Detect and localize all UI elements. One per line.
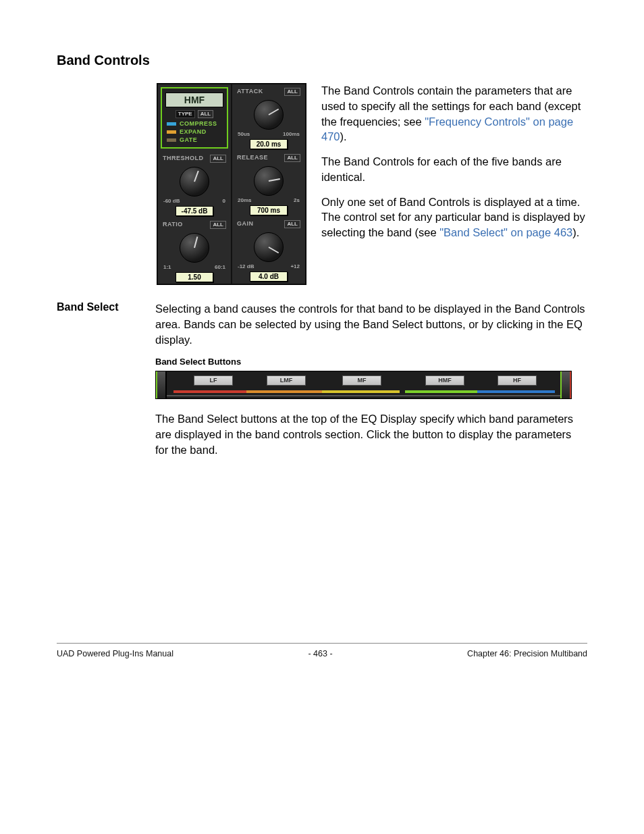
band-underline-hf: [477, 390, 555, 393]
attack-label: ATTACK: [237, 88, 263, 96]
strip-underline: [167, 395, 560, 396]
gain-value[interactable]: 4.0 dB: [250, 271, 288, 282]
band-select-strip: LFLMFMFHMFHF: [155, 371, 572, 399]
range-max: 60:1: [215, 264, 225, 270]
attack-knob[interactable]: [254, 100, 284, 130]
band-select-button-hf[interactable]: HF: [498, 375, 537, 386]
para-text: ).: [572, 226, 579, 238]
type-option-label: EXPAND: [180, 128, 207, 135]
band-select-buttons-label: Band Select Buttons: [155, 357, 587, 367]
range-min: -60 dB: [163, 198, 180, 204]
attack-value[interactable]: 20.0 ms: [250, 139, 288, 149]
range-max: 2s: [294, 197, 300, 203]
para-text: ).: [340, 130, 347, 142]
band-name-display: HMF: [165, 93, 223, 107]
band-underline-lf: [173, 390, 251, 393]
band-controls-row: HMF TYPE ALL COMPRESS EXPAND: [157, 83, 587, 285]
strip-edge-left-icon: [156, 371, 167, 398]
threshold-all-button[interactable]: ALL: [210, 155, 226, 163]
range-min: 20ms: [238, 197, 251, 203]
range-min: -12 dB: [238, 263, 254, 269]
footer-right: Chapter 46: Precision Multiband: [467, 649, 587, 658]
type-option-expand[interactable]: EXPAND: [164, 128, 225, 135]
compress-swatch-icon: [167, 122, 176, 126]
band-controls-panel: HMF TYPE ALL COMPRESS EXPAND: [157, 83, 306, 285]
gate-swatch-icon: [167, 138, 176, 142]
band-select-section: Band Select Selecting a band causes the …: [57, 301, 587, 467]
threshold-value[interactable]: -47.5 dB: [176, 206, 213, 216]
footer-rule: [57, 643, 587, 644]
type-option-label: GATE: [180, 136, 197, 143]
para-3: Only one set of Band Controls is display…: [321, 194, 587, 240]
gain-label: GAIN: [237, 220, 254, 228]
band-controls-text: The Band Controls contain the parameters…: [321, 83, 587, 285]
band-select-button-lmf[interactable]: LMF: [267, 375, 306, 386]
band-select-label: Band Select: [57, 301, 138, 313]
band-select-para: Selecting a band causes the controls for…: [155, 301, 587, 347]
gain-knob[interactable]: [254, 232, 284, 262]
type-option-label: COMPRESS: [180, 120, 217, 127]
ratio-all-button[interactable]: ALL: [210, 221, 226, 229]
range-max: +12: [290, 263, 300, 269]
threshold-label: THRESHOLD: [163, 155, 204, 163]
page-footer: UAD Powered Plug-Ins Manual - 463 - Chap…: [57, 649, 587, 658]
ratio-value[interactable]: 1.50: [176, 272, 213, 282]
para-2: The Band Controls for each of the five b…: [321, 154, 587, 185]
band-select-button-hmf[interactable]: HMF: [425, 375, 464, 386]
type-option-gate[interactable]: GATE: [164, 136, 225, 143]
threshold-knob[interactable]: [180, 167, 209, 197]
range-max: 0: [223, 198, 225, 204]
range-min: 50us: [238, 131, 250, 137]
range-min: 1:1: [163, 264, 171, 270]
band-underline-mf: [322, 390, 400, 393]
release-label: RELEASE: [237, 154, 268, 162]
band-select-button-mf[interactable]: MF: [342, 375, 381, 386]
section-heading: Band Controls: [57, 53, 587, 68]
expand-swatch-icon: [167, 130, 176, 134]
band-select-after-para: The Band Select buttons at the top of th…: [155, 411, 587, 457]
type-all-button[interactable]: ALL: [198, 110, 214, 118]
footer-left: UAD Powered Plug-Ins Manual: [57, 649, 173, 658]
band-underline-hmf: [405, 390, 483, 393]
strip-edge-right-icon: [560, 371, 571, 398]
band-select-button-lf[interactable]: LF: [194, 375, 233, 386]
attack-all-button[interactable]: ALL: [284, 88, 300, 96]
band-underline-lmf: [246, 390, 324, 393]
link-band-select[interactable]: "Band Select" on page 463: [439, 226, 572, 238]
ratio-label: RATIO: [163, 221, 183, 229]
range-max: 100ms: [283, 131, 300, 137]
footer-center: - 463 -: [308, 649, 332, 658]
type-label: TYPE: [176, 110, 195, 118]
gain-all-button[interactable]: ALL: [284, 220, 300, 228]
release-knob[interactable]: [254, 166, 284, 196]
para-1: The Band Controls contain the parameters…: [321, 83, 587, 145]
ratio-knob[interactable]: [180, 233, 209, 263]
release-value[interactable]: 700 ms: [250, 205, 288, 215]
release-all-button[interactable]: ALL: [284, 154, 300, 162]
type-option-compress[interactable]: COMPRESS: [164, 120, 225, 127]
